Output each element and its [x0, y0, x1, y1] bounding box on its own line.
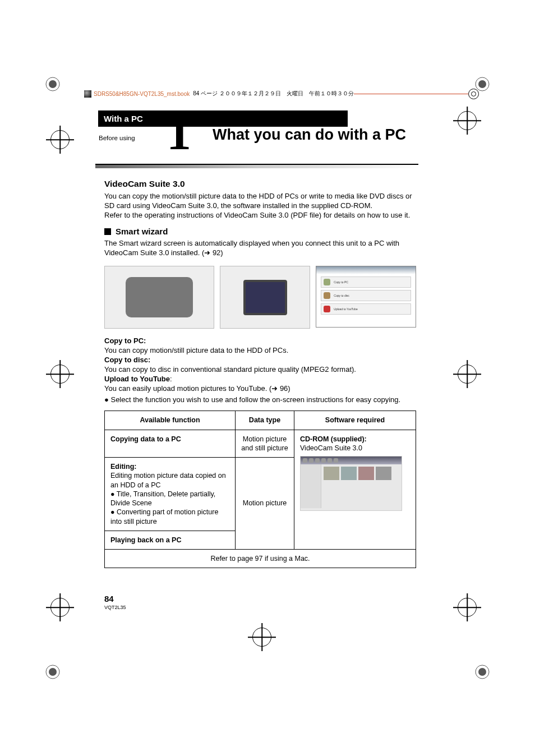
- divider-gradient: [95, 165, 418, 168]
- register-mark-icon: [458, 111, 477, 130]
- wizard-option: Copy to disc: [334, 294, 349, 298]
- illustration-row: Copy to PC Copy to disc Upload to YouTub…: [104, 266, 416, 329]
- body-text: The Smart wizard screen is automatically…: [104, 239, 416, 258]
- body-text: Refer to the operating instructions of V…: [104, 211, 416, 220]
- ruler-info: 84 ページ ２００９年１２月２９日 火曜日 午前１０時３０分: [193, 90, 354, 98]
- body-text: You can copy to disc in conventional sta…: [104, 365, 416, 375]
- table-header: Software required: [294, 411, 416, 430]
- table-cell: Refer to page 97 if using a Mac.: [105, 550, 416, 568]
- camcorder-illustration: [104, 266, 214, 329]
- svg-point-3: [478, 80, 486, 88]
- svg-point-7: [478, 668, 486, 676]
- subcategory-label: Before using: [99, 135, 135, 141]
- pc-illustration: [220, 266, 310, 329]
- bullet-text: ● Select the function you wish to use an…: [104, 395, 416, 405]
- section-heading: VideoCam Suite 3.0: [104, 178, 416, 190]
- register-mark-icon: [458, 598, 477, 617]
- chapter-number: 1: [167, 108, 191, 157]
- table-cell: CD-ROM (supplied):VideoCam Suite 3.0: [294, 430, 416, 550]
- body-text: You can copy the motion/still picture da…: [104, 192, 416, 211]
- table-header: Data type: [236, 411, 294, 430]
- svg-point-1: [49, 80, 57, 88]
- crop-mark-icon: [40, 660, 65, 684]
- option-heading: Copy to PC:: [104, 336, 416, 346]
- doc-code: VQT2L35: [104, 605, 126, 610]
- body-text: You can copy motion/still picture data t…: [104, 346, 416, 356]
- category-bar: With a PC: [98, 110, 348, 127]
- option-heading: Upload to YouTube:: [104, 375, 416, 384]
- crop-mark-icon: [40, 72, 65, 96]
- table-footer-row: Refer to page 97 if using a Mac.: [105, 550, 416, 568]
- table-header-row: Available function Data type Software re…: [105, 411, 416, 430]
- body-text: You can easily upload motion pictures to…: [104, 384, 416, 394]
- software-screenshot: [300, 456, 402, 511]
- svg-point-5: [49, 668, 57, 676]
- wizard-option: Upload to YouTube: [334, 307, 357, 311]
- content-area: VideoCam Suite 3.0 You can copy the moti…: [104, 178, 416, 568]
- print-ruler: SDRS50&H85GN-VQT2L35_mst.book 84 ページ ２００…: [84, 88, 479, 99]
- wizard-option: Copy to PC: [334, 280, 348, 284]
- ruler-file: SDRS50&H85GN-VQT2L35_mst.book: [94, 91, 190, 97]
- table-cell: Playing back on a PC: [105, 531, 236, 549]
- table-row: Copying data to a PC Motion picture and …: [105, 430, 416, 458]
- function-table: Available function Data type Software re…: [104, 411, 416, 568]
- square-bullet-icon: [104, 228, 111, 235]
- table-cell: Editing: Editing motion picture data cop…: [105, 458, 236, 531]
- register-mark-icon: [252, 628, 271, 647]
- register-mark-icon: [458, 365, 477, 384]
- page-title: What you can do with a PC: [213, 126, 406, 144]
- category-label: With a PC: [104, 114, 143, 123]
- subsection-heading: Smart wizard: [104, 226, 416, 237]
- table-header: Available function: [105, 411, 236, 430]
- register-mark-icon: [50, 130, 70, 149]
- table-cell: Motion picture: [236, 458, 294, 550]
- option-heading: Copy to disc:: [104, 356, 416, 365]
- ball-icon: [84, 90, 91, 98]
- register-mark-icon: [50, 365, 70, 384]
- subsection-label: Smart wizard: [116, 227, 168, 236]
- register-mark-icon: [50, 598, 70, 617]
- table-cell: Copying data to a PC: [105, 430, 236, 458]
- table-cell: Motion picture and still picture: [236, 430, 294, 458]
- wizard-screenshot: Copy to PC Copy to disc Upload to YouTub…: [316, 266, 416, 328]
- target-icon: [468, 89, 479, 99]
- page-number: 84: [104, 594, 114, 603]
- crop-mark-icon: [470, 660, 495, 684]
